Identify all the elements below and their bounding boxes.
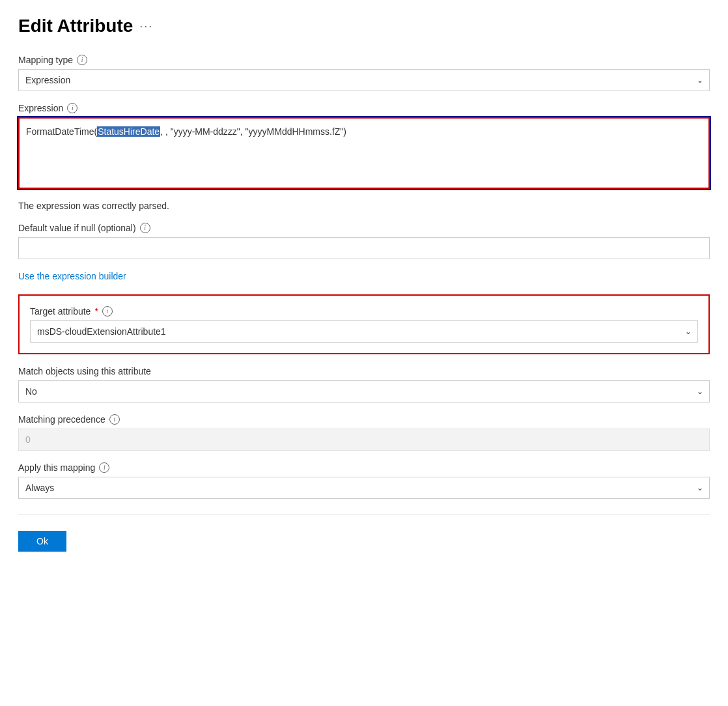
apply-mapping-label: Apply this mapping i bbox=[18, 462, 710, 473]
match-objects-select[interactable]: No Yes bbox=[18, 380, 710, 402]
target-attribute-section: Target attribute * i msDS-cloudExtension… bbox=[18, 294, 710, 354]
page-header: Edit Attribute ··· bbox=[18, 16, 710, 36]
mapping-type-select-wrapper: Expression Direct Constant None ⌄ bbox=[18, 69, 710, 91]
match-objects-label: Match objects using this attribute bbox=[18, 366, 710, 376]
mapping-type-select[interactable]: Expression Direct Constant None bbox=[18, 69, 710, 91]
default-value-label: Default value if null (optional) i bbox=[18, 223, 710, 233]
apply-mapping-select[interactable]: Always Only during object creation Only … bbox=[18, 477, 710, 499]
expression-builder-link[interactable]: Use the expression builder bbox=[18, 271, 126, 281]
mapping-type-section: Mapping type i Expression Direct Constan… bbox=[18, 55, 710, 91]
matching-precedence-section: Matching precedence i bbox=[18, 414, 710, 451]
more-options-icon[interactable]: ··· bbox=[139, 20, 153, 33]
required-star: * bbox=[94, 306, 98, 317]
default-value-section: Default value if null (optional) i bbox=[18, 223, 710, 259]
apply-mapping-section: Apply this mapping i Always Only during … bbox=[18, 462, 710, 499]
expression-highlighted-value: StatusHireDate bbox=[97, 126, 160, 137]
match-objects-select-wrapper: No Yes ⌄ bbox=[18, 380, 710, 402]
mapping-type-label: Mapping type i bbox=[18, 55, 710, 65]
divider bbox=[18, 515, 710, 515]
apply-mapping-info-icon[interactable]: i bbox=[99, 462, 109, 473]
matching-precedence-info-icon[interactable]: i bbox=[109, 414, 120, 425]
apply-mapping-select-wrapper: Always Only during object creation Only … bbox=[18, 477, 710, 499]
expression-info-icon[interactable]: i bbox=[67, 103, 77, 113]
parsed-message: The expression was correctly parsed. bbox=[18, 201, 710, 211]
expression-suffix: , , "yyyy-MM-ddzzz", "yyyyMMddHHmmss.fZ"… bbox=[160, 126, 346, 137]
expression-input[interactable]: FormatDateTime(StatusHireDate, , "yyyy-M… bbox=[18, 117, 710, 189]
target-attribute-select-wrapper: msDS-cloudExtensionAttribute1 msDS-cloud… bbox=[30, 320, 698, 343]
target-attribute-select[interactable]: msDS-cloudExtensionAttribute1 msDS-cloud… bbox=[30, 320, 698, 343]
target-attribute-label: Target attribute * i bbox=[30, 306, 698, 317]
match-objects-section: Match objects using this attribute No Ye… bbox=[18, 366, 710, 402]
matching-precedence-label: Matching precedence i bbox=[18, 414, 710, 425]
expression-prefix: FormatDateTime( bbox=[26, 126, 97, 137]
expression-section: Expression i FormatDateTime(StatusHireDa… bbox=[18, 103, 710, 189]
default-value-info-icon[interactable]: i bbox=[140, 223, 150, 233]
expression-label: Expression i bbox=[18, 103, 710, 113]
mapping-type-info-icon[interactable]: i bbox=[77, 55, 87, 65]
ok-button[interactable]: Ok bbox=[18, 531, 66, 552]
matching-precedence-input[interactable] bbox=[18, 429, 710, 451]
edit-attribute-panel: Edit Attribute ··· Mapping type i Expres… bbox=[0, 0, 728, 578]
page-title: Edit Attribute bbox=[18, 16, 133, 36]
target-attribute-info-icon[interactable]: i bbox=[102, 306, 113, 317]
default-value-input[interactable] bbox=[18, 237, 710, 259]
